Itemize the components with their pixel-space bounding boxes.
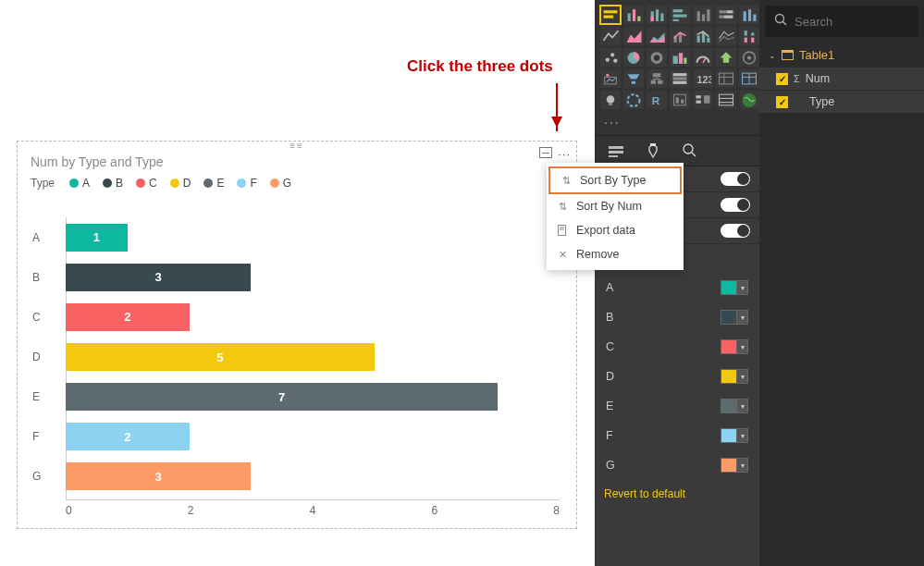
viz-type-icon[interactable]	[716, 48, 736, 67]
svg-rect-20	[744, 11, 746, 21]
viz-type-icon[interactable]	[670, 48, 690, 67]
svg-point-32	[606, 58, 610, 62]
bar-segment[interactable]: 2	[66, 423, 190, 450]
viz-type-icon[interactable]	[716, 69, 736, 88]
bar-chart-visual[interactable]: ≡≡ ··· Num by Type and Type Type A B C D…	[17, 141, 577, 529]
svg-rect-29	[745, 38, 747, 43]
viz-type-icon[interactable]	[647, 6, 667, 24]
viz-type-icon[interactable]	[670, 6, 690, 24]
color-picker[interactable]: ▾	[721, 369, 748, 384]
color-picker[interactable]: ▾	[721, 458, 748, 473]
viz-type-icon[interactable]	[739, 91, 759, 109]
fields-search[interactable]	[765, 6, 918, 37]
bar-segment[interactable]: 2	[66, 303, 190, 331]
viz-type-icon[interactable]	[716, 91, 736, 109]
chart-legend: Type A B C D E F G	[18, 175, 576, 199]
viz-type-icon[interactable]: 123	[693, 69, 713, 88]
revert-to-default-link[interactable]: Revert to default	[595, 480, 759, 508]
color-picker[interactable]: ▾	[721, 399, 748, 413]
chevron-down-icon: ▾	[737, 310, 748, 325]
report-canvas[interactable]: Click the three dots ≡≡ ··· Num by Type …	[0, 0, 595, 566]
viz-type-icon[interactable]	[647, 27, 667, 45]
viz-type-icon[interactable]	[739, 69, 759, 88]
svg-rect-69	[696, 101, 701, 104]
viz-type-icon[interactable]	[647, 48, 667, 67]
color-picker[interactable]: ▾	[721, 280, 748, 295]
viz-type-icon[interactable]	[716, 6, 736, 24]
analytics-tab-icon[interactable]	[680, 142, 700, 160]
svg-rect-71	[720, 94, 733, 105]
viz-type-icon[interactable]	[647, 69, 667, 88]
gallery-ellipsis[interactable]: ···	[595, 113, 759, 135]
search-input[interactable]	[795, 15, 924, 29]
chevron-down-icon: ▾	[737, 280, 748, 295]
svg-rect-51	[673, 73, 687, 76]
bar-segment[interactable]: 3	[66, 264, 251, 291]
drag-handle[interactable]: ≡≡	[290, 141, 304, 151]
svg-rect-76	[609, 151, 623, 154]
menu-export-data[interactable]: Export data	[547, 218, 684, 242]
bar-segment[interactable]: 5	[66, 343, 375, 371]
color-picker[interactable]: ▾	[721, 428, 748, 443]
viz-type-icon[interactable]	[670, 27, 690, 45]
bar-segment[interactable]: 7	[66, 383, 498, 411]
viz-type-icon[interactable]	[600, 6, 621, 24]
menu-sort-by-num[interactable]: ⇅ Sort By Num	[547, 194, 684, 218]
svg-rect-67	[681, 99, 684, 103]
viz-type-icon[interactable]	[739, 6, 759, 24]
color-picker-row: B▾	[595, 302, 759, 332]
viz-type-icon[interactable]	[623, 27, 644, 45]
visual-context-menu: ⇅ Sort By Type ⇅ Sort By Num Export data…	[547, 163, 684, 270]
viz-type-icon[interactable]	[623, 69, 644, 88]
viz-type-icon[interactable]	[693, 91, 713, 109]
close-icon: ✕	[556, 248, 569, 261]
field-type[interactable]: ✓ Type	[759, 91, 924, 113]
checkbox-checked-icon[interactable]: ✓	[776, 96, 788, 108]
bar-segment[interactable]: 3	[66, 462, 251, 490]
svg-rect-55	[720, 73, 733, 84]
checkbox-checked-icon[interactable]: ✓	[776, 73, 788, 85]
menu-remove[interactable]: ✕ Remove	[547, 242, 684, 266]
svg-rect-5	[637, 17, 640, 21]
property-toggle[interactable]	[721, 172, 750, 186]
viz-type-icon[interactable]	[739, 27, 759, 45]
focus-mode-icon[interactable]	[539, 147, 552, 158]
viz-type-icon[interactable]	[693, 48, 713, 67]
bar-segment[interactable]: 1	[66, 224, 128, 252]
color-picker-row: F▾	[595, 421, 759, 450]
sigma-icon: Σ	[794, 73, 800, 84]
viz-type-icon[interactable]	[623, 48, 644, 67]
field-num[interactable]: ✓ Σ Num	[759, 68, 924, 90]
visualizations-panel: 123R ··· On On On ˆ Data colors A▾B▾C▾D▾…	[595, 0, 759, 566]
svg-rect-47	[651, 80, 656, 84]
fields-tab-icon[interactable]	[606, 142, 626, 160]
viz-type-icon[interactable]	[739, 48, 759, 67]
table-node[interactable]: ⌄ Table1	[759, 43, 924, 68]
viz-type-icon[interactable]	[600, 69, 621, 88]
more-options-icon[interactable]: ···	[558, 147, 571, 161]
viz-type-icon[interactable]	[623, 6, 644, 24]
viz-type-icon[interactable]	[716, 27, 736, 45]
sort-icon: ⇅	[556, 200, 569, 213]
viz-type-icon[interactable]	[670, 69, 690, 88]
viz-type-icon[interactable]	[670, 91, 690, 109]
viz-type-icon[interactable]	[600, 27, 621, 45]
color-picker[interactable]: ▾	[721, 310, 748, 325]
viz-type-icon[interactable]	[693, 27, 713, 45]
svg-rect-7	[651, 17, 654, 21]
export-icon	[556, 224, 569, 237]
property-toggle[interactable]	[721, 224, 750, 238]
svg-text:123: 123	[697, 74, 711, 85]
svg-line-80	[692, 153, 696, 156]
viz-type-icon[interactable]	[600, 91, 621, 109]
format-tab-icon[interactable]	[643, 142, 663, 160]
menu-sort-by-type[interactable]: ⇅ Sort By Type	[548, 166, 682, 194]
viz-type-icon[interactable]: R	[647, 91, 667, 109]
viz-type-icon[interactable]	[623, 91, 644, 109]
color-picker-row: D▾	[595, 362, 759, 391]
viz-type-icon[interactable]	[600, 48, 621, 67]
viz-type-icon[interactable]	[693, 6, 713, 24]
color-picker[interactable]: ▾	[721, 339, 748, 354]
property-toggle[interactable]	[721, 198, 750, 212]
svg-rect-11	[673, 14, 687, 17]
